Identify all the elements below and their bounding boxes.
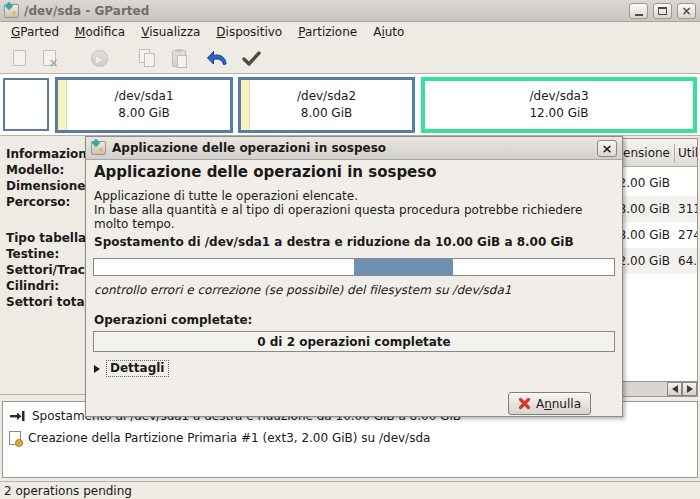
gparted-app-icon (91, 141, 106, 155)
operation-item[interactable]: Creazione della Partizione Primaria #1 (… (9, 429, 693, 447)
scroll-right-button[interactable] (682, 382, 697, 396)
status-text: 2 operations pending (4, 484, 132, 498)
status-bar: 2 operations pending (0, 481, 700, 499)
dialog-heading: Applicazione delle operazioni in sospeso (94, 163, 437, 181)
partition-segment-sda3[interactable]: /dev/sda3 12.00 GiB (421, 77, 697, 133)
copy-button[interactable] (134, 46, 160, 70)
cancel-button-label: Annulla (536, 397, 581, 411)
partition-size: 12.00 GiB (529, 105, 588, 122)
close-icon: × (681, 5, 691, 17)
undo-button[interactable] (204, 46, 230, 70)
details-expander[interactable]: Dettagli (94, 360, 169, 377)
apply-icon (241, 50, 262, 67)
minimize-icon (635, 14, 643, 16)
delete-partition-button[interactable] (36, 46, 62, 70)
window-title: /dev/sda - GParted (24, 4, 624, 18)
resize-move-icon (91, 50, 108, 67)
scroll-left-icon (672, 385, 678, 393)
partition-size: 8.00 GiB (118, 105, 169, 122)
cancel-x-icon (518, 397, 531, 410)
current-progress-fill (354, 259, 453, 275)
partition-segment-sda1[interactable]: /dev/sda1 8.00 GiB (55, 77, 233, 133)
maximize-button[interactable] (653, 3, 672, 19)
column-separator (674, 144, 675, 162)
partition-segment-unallocated[interactable] (3, 78, 49, 131)
menu-gparted[interactable]: GParted (3, 23, 67, 41)
dialog-description-line1: Applicazione di tutte le operazioni elen… (94, 189, 616, 203)
apply-operations-dialog: Applicazione delle operazioni in sospeso… (85, 136, 623, 417)
completed-operations-progressbar: 0 di 2 operazioni completate (93, 331, 615, 352)
partition-label: /dev/sda2 (297, 88, 356, 105)
paste-icon (172, 50, 186, 67)
operation-text: Creazione della Partizione Primaria #1 (… (28, 431, 430, 445)
delete-icon (43, 50, 56, 66)
move-operation-icon (9, 410, 25, 422)
partition-label: /dev/sda1 (114, 88, 173, 105)
menu-aiuto[interactable]: Aiuto (365, 23, 412, 41)
menu-partizione[interactable]: Partizione (290, 23, 365, 41)
current-operation-label: Spostamento di /dev/sda1 a destra e ridu… (94, 235, 574, 249)
gparted-app-icon (4, 4, 19, 18)
completed-operations-label: Operazioni completate: (94, 313, 252, 327)
apply-button[interactable] (238, 46, 264, 70)
current-operation-detail: controllo errori e correzione (se possib… (94, 283, 511, 297)
new-partition-button[interactable] (6, 46, 32, 70)
menubar: GParted Modifica Visualizza Dispositivo … (0, 22, 700, 42)
gparted-window: /dev/sda - GParted × GParted Modifica Vi… (0, 0, 700, 499)
copy-icon (139, 49, 156, 67)
resize-move-button[interactable] (86, 46, 112, 70)
close-button[interactable]: × (677, 3, 696, 19)
dialog-description-line2: In base alla quantità e al tipo di opera… (94, 203, 616, 231)
dialog-description: Applicazione di tutte le operazioni elen… (94, 189, 616, 231)
paste-button[interactable] (166, 46, 192, 70)
partition-size: 8.00 GiB (301, 105, 352, 122)
menu-visualizza[interactable]: Visualizza (133, 23, 208, 41)
dialog-title: Applicazione delle operazioni in sospeso (112, 141, 591, 155)
toolbar: /dev/sda (30.00 GiB) (0, 42, 700, 73)
partition-label: /dev/sda3 (529, 88, 588, 105)
dialog-close-button[interactable]: × (597, 140, 617, 157)
details-expander-label: Dettagli (106, 360, 169, 377)
expander-arrow-icon (94, 365, 100, 373)
scroll-right-icon (687, 385, 693, 393)
window-titlebar[interactable]: /dev/sda - GParted × (0, 0, 700, 22)
menu-modifica[interactable]: Modifica (67, 23, 133, 41)
maximize-icon (658, 7, 667, 15)
create-partition-icon (9, 431, 21, 445)
cancel-button[interactable]: Annulla (508, 392, 591, 415)
close-icon: × (602, 142, 613, 155)
current-operation-progressbar (93, 258, 615, 276)
scroll-left-button[interactable] (667, 382, 682, 396)
partition-segment-sda2[interactable]: /dev/sda2 8.00 GiB (238, 77, 415, 133)
undo-icon (205, 49, 229, 68)
new-partition-icon (13, 50, 26, 66)
column-header-used[interactable]: Utilizzato (678, 146, 698, 160)
dialog-titlebar[interactable]: Applicazione delle operazioni in sospeso… (86, 137, 622, 160)
completed-operations-text: 0 di 2 operazioni completate (257, 335, 451, 349)
menu-dispositivo[interactable]: Dispositivo (208, 23, 290, 41)
minimize-button[interactable] (629, 3, 648, 19)
